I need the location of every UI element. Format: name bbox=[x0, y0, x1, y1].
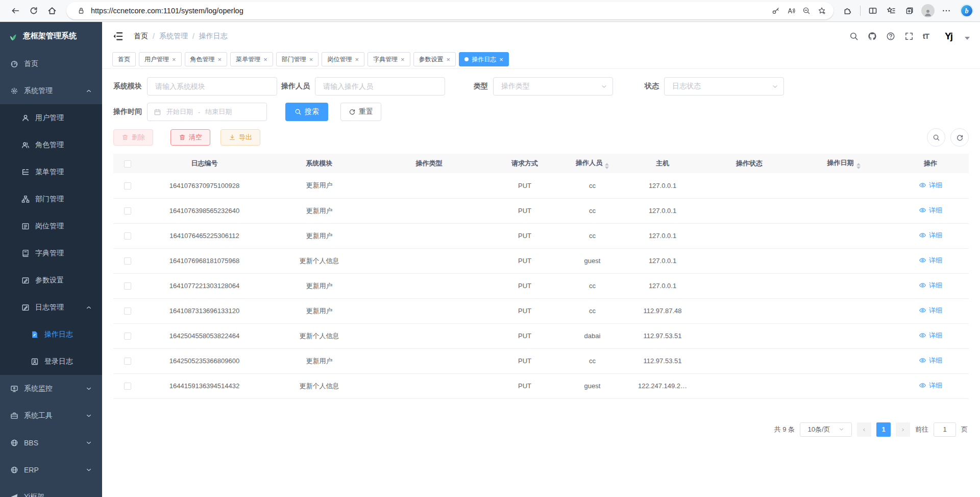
close-icon[interactable]: × bbox=[355, 56, 359, 63]
prev-page-button[interactable]: ‹ bbox=[857, 422, 871, 437]
table-search-toggle-button[interactable] bbox=[927, 128, 945, 147]
detail-link[interactable]: 详细 bbox=[919, 231, 942, 240]
detail-link[interactable]: 详细 bbox=[919, 256, 942, 265]
tab-param-settings[interactable]: 参数设置× bbox=[413, 52, 456, 66]
menu-fold-icon[interactable] bbox=[112, 31, 124, 42]
detail-link[interactable]: 详细 bbox=[919, 281, 942, 290]
select-all-checkbox[interactable] bbox=[124, 160, 131, 168]
sidebar-item-dict-mgmt[interactable]: 字典管理 bbox=[0, 240, 102, 267]
lock-icon[interactable] bbox=[74, 3, 89, 18]
collections-icon[interactable] bbox=[900, 2, 919, 19]
tab-user-mgmt[interactable]: 用户管理× bbox=[139, 52, 182, 66]
sidebar-item-role-mgmt[interactable]: 角色管理 bbox=[0, 131, 102, 158]
sidebar-item-menu-mgmt[interactable]: 菜单管理 bbox=[0, 158, 102, 185]
sidebar-item-bbs[interactable]: BBS bbox=[0, 429, 102, 456]
col-date[interactable]: 操作日期 bbox=[795, 154, 892, 173]
sidebar-item-yi-framework[interactable]: Yi框架 bbox=[0, 483, 102, 497]
tab-post-mgmt[interactable]: 岗位管理× bbox=[322, 52, 364, 66]
row-checkbox[interactable] bbox=[124, 307, 131, 315]
sidebar-item-oper-log[interactable]: 操作日志 bbox=[0, 321, 102, 348]
row-checkbox[interactable] bbox=[124, 182, 131, 190]
sidebar-item-post-mgmt[interactable]: 岗位管理 bbox=[0, 212, 102, 240]
module-input[interactable] bbox=[147, 77, 277, 96]
detail-link[interactable]: 详细 bbox=[919, 206, 942, 215]
page-size-select[interactable]: 10条/页 bbox=[800, 422, 852, 437]
url-text[interactable]: https://ccnetcore.com:1101/system/log/op… bbox=[91, 7, 768, 15]
delete-button[interactable]: 删除 bbox=[113, 129, 153, 146]
close-icon[interactable]: × bbox=[172, 56, 176, 63]
row-checkbox[interactable] bbox=[124, 207, 131, 215]
breadcrumb-home[interactable]: 首页 bbox=[134, 32, 148, 41]
type-select[interactable]: 操作类型 bbox=[493, 77, 613, 96]
row-checkbox[interactable] bbox=[124, 383, 131, 390]
browser-home-button[interactable] bbox=[43, 2, 61, 19]
sidebar-item-home[interactable]: 首页 bbox=[0, 50, 102, 77]
row-checkbox[interactable] bbox=[124, 358, 131, 365]
operator-input[interactable] bbox=[315, 77, 445, 96]
font-size-icon[interactable]: tT bbox=[923, 32, 929, 40]
close-icon[interactable]: × bbox=[218, 56, 222, 63]
sort-icon[interactable] bbox=[605, 163, 609, 169]
search-button[interactable]: 搜索 bbox=[285, 103, 328, 121]
avatar-caret-icon[interactable] bbox=[965, 37, 970, 40]
favorites-bar-icon[interactable] bbox=[882, 2, 900, 19]
date-range-picker[interactable]: 开始日期 - 结束日期 bbox=[147, 103, 267, 121]
next-page-button[interactable]: › bbox=[896, 422, 910, 437]
sidebar-item-login-log[interactable]: 登录日志 bbox=[0, 348, 102, 375]
tab-oper-log[interactable]: 操作日志× bbox=[459, 52, 509, 66]
breadcrumb-system[interactable]: 系统管理 bbox=[159, 32, 188, 41]
tab-menu-mgmt[interactable]: 菜单管理× bbox=[230, 52, 273, 66]
extensions-icon[interactable] bbox=[839, 2, 857, 19]
help-icon[interactable] bbox=[886, 31, 896, 41]
sidebar-item-dept-mgmt[interactable]: 部门管理 bbox=[0, 185, 102, 212]
reset-button[interactable]: 重置 bbox=[340, 103, 381, 121]
close-icon[interactable]: × bbox=[401, 56, 405, 63]
col-operator[interactable]: 操作人员 bbox=[563, 154, 622, 173]
fullscreen-icon[interactable] bbox=[904, 31, 914, 41]
sidebar-item-system[interactable]: 系统管理 bbox=[0, 77, 102, 104]
detail-link[interactable]: 详细 bbox=[919, 331, 942, 340]
favorite-add-icon[interactable] bbox=[814, 3, 829, 18]
browser-refresh-button[interactable] bbox=[24, 2, 43, 19]
detail-link[interactable]: 详细 bbox=[919, 181, 942, 190]
status-select[interactable]: 日志状态 bbox=[664, 77, 784, 96]
sidebar-item-erp[interactable]: ERP bbox=[0, 456, 102, 483]
sidebar-item-tools[interactable]: 系统工具 bbox=[0, 402, 102, 429]
row-checkbox[interactable] bbox=[124, 333, 131, 340]
detail-link[interactable]: 详细 bbox=[919, 356, 942, 365]
row-checkbox[interactable] bbox=[124, 232, 131, 240]
tab-home[interactable]: 首页 bbox=[112, 52, 136, 66]
export-button[interactable]: 导出 bbox=[220, 129, 260, 146]
sidebar-item-param-settings[interactable]: 参数设置 bbox=[0, 267, 102, 294]
read-aloud-icon[interactable] bbox=[783, 3, 799, 18]
browser-menu-icon[interactable] bbox=[937, 2, 955, 19]
sort-icon[interactable] bbox=[856, 163, 861, 169]
goto-page-input[interactable] bbox=[934, 422, 956, 437]
sidebar-item-log-mgmt[interactable]: 日志管理 bbox=[0, 294, 102, 321]
close-icon[interactable]: × bbox=[309, 56, 313, 63]
close-icon[interactable]: × bbox=[447, 56, 451, 63]
row-checkbox[interactable] bbox=[124, 257, 131, 265]
search-icon[interactable] bbox=[849, 31, 859, 41]
github-icon[interactable] bbox=[868, 31, 877, 41]
browser-profile-avatar[interactable] bbox=[921, 4, 935, 17]
close-icon[interactable]: × bbox=[263, 56, 267, 63]
password-key-icon[interactable] bbox=[768, 3, 783, 18]
bing-chat-icon[interactable]: b bbox=[960, 4, 974, 18]
zoom-out-icon[interactable] bbox=[799, 3, 814, 18]
sidebar-item-monitor[interactable]: 系统监控 bbox=[0, 375, 102, 402]
user-avatar[interactable]: Yj bbox=[941, 29, 956, 44]
current-page-button[interactable]: 1 bbox=[876, 422, 891, 437]
tab-dept-mgmt[interactable]: 部门管理× bbox=[276, 52, 319, 66]
address-bar[interactable]: https://ccnetcore.com:1101/system/log/op… bbox=[66, 2, 834, 19]
row-checkbox[interactable] bbox=[124, 282, 131, 290]
tab-role-mgmt[interactable]: 角色管理× bbox=[185, 52, 228, 66]
clear-button[interactable]: 清空 bbox=[170, 129, 210, 146]
detail-link[interactable]: 详细 bbox=[919, 381, 942, 390]
sidebar-item-user-mgmt[interactable]: 用户管理 bbox=[0, 104, 102, 131]
split-screen-icon[interactable] bbox=[864, 2, 882, 19]
table-refresh-button[interactable] bbox=[950, 128, 969, 147]
browser-back-button[interactable] bbox=[6, 2, 24, 19]
close-icon[interactable]: × bbox=[499, 56, 503, 63]
detail-link[interactable]: 详细 bbox=[919, 306, 942, 315]
